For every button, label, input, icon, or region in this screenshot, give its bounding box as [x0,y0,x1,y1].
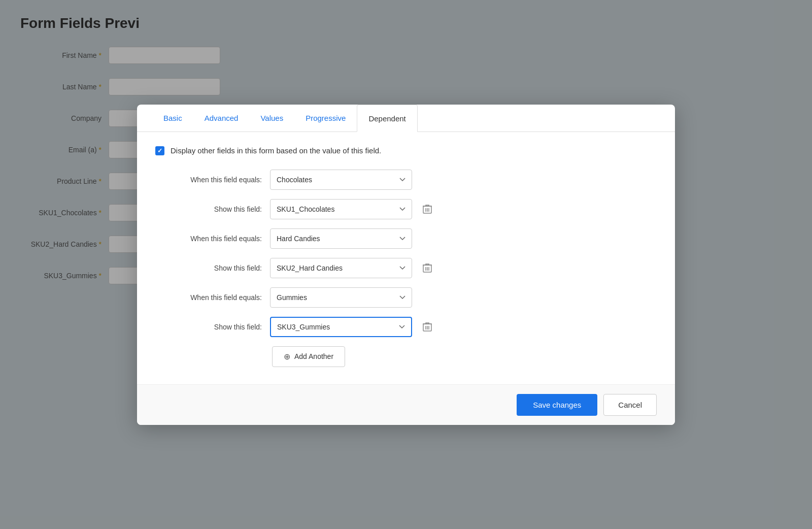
when-select-3[interactable]: Gummies [270,287,412,308]
show-label-2: Show this field: [155,264,262,272]
modal-dialog: Basic Advanced Values Progressive Depend… [137,105,675,425]
tab-basic[interactable]: Basic [152,105,193,132]
show-label-3: Show this field: [155,323,262,331]
modal-overlay: Basic Advanced Values Progressive Depend… [0,0,812,529]
when-field-row-1: When this field equals: Chocolates [155,170,657,190]
cancel-button[interactable]: Cancel [603,394,657,416]
show-field-row-2: Show this field: SKU2_Hard Candies [155,258,657,278]
save-button[interactable]: Save changes [517,394,597,416]
show-select-1[interactable]: SKU1_Chocolates [270,199,412,219]
show-field-row-3: Show this field: SKU3_Gummies [155,317,657,337]
tab-advanced[interactable]: Advanced [193,105,250,132]
when-field-row-2: When this field equals: Hard Candies [155,228,657,249]
delete-row-1[interactable] [420,202,434,216]
tab-progressive[interactable]: Progressive [294,105,357,132]
modal-footer: Save changes Cancel [137,384,675,425]
display-dependent-checkbox[interactable] [155,146,164,155]
tab-bar: Basic Advanced Values Progressive Depend… [137,105,675,132]
checkbox-row: Display other fields in this form based … [155,146,657,155]
when-field-row-3: When this field equals: Gummies [155,287,657,308]
when-label-3: When this field equals: [155,293,262,302]
tab-dependent[interactable]: Dependent [357,105,417,132]
add-another-button[interactable]: ⊕ Add Another [272,346,345,367]
when-select-1[interactable]: Chocolates [270,170,412,190]
delete-row-2[interactable] [420,261,434,275]
show-field-row-1: Show this field: SKU1_Chocolates [155,199,657,219]
delete-row-3[interactable] [420,320,434,334]
tab-values[interactable]: Values [249,105,294,132]
add-another-label: Add Another [294,352,333,360]
when-label-1: When this field equals: [155,176,262,184]
when-select-2[interactable]: Hard Candies [270,228,412,249]
plus-circle-icon: ⊕ [284,352,290,361]
show-label-1: Show this field: [155,205,262,213]
show-select-2[interactable]: SKU2_Hard Candies [270,258,412,278]
modal-body: Display other fields in this form based … [137,132,675,384]
when-label-2: When this field equals: [155,235,262,243]
show-select-3[interactable]: SKU3_Gummies [270,317,412,337]
checkbox-label: Display other fields in this form based … [171,146,381,155]
